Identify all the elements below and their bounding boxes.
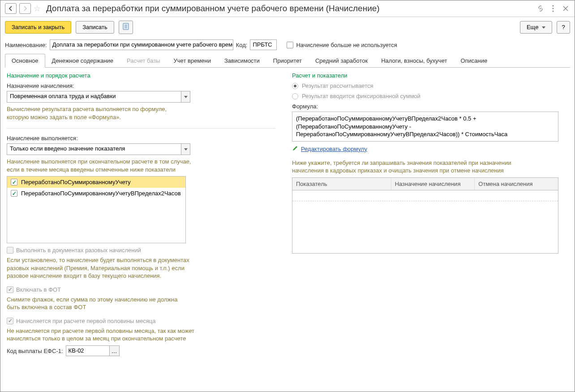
name-label: Наименование: xyxy=(5,42,47,48)
grid-col-assign: Назначение начисления xyxy=(391,178,475,190)
tab-taxes[interactable]: Налоги, взносы, бухучет xyxy=(374,54,454,68)
firsthalf-hint: Не начисляется при расчете первой полови… xyxy=(7,327,195,343)
svg-point-2 xyxy=(553,11,554,12)
exec-dropdown[interactable]: Только если введено значение показателя xyxy=(7,143,190,155)
grid-row[interactable] xyxy=(292,190,558,201)
tab-priority[interactable]: Приоритет xyxy=(266,54,309,68)
oneoff-checkbox xyxy=(7,247,13,254)
result-fixed-radio xyxy=(292,93,298,99)
oneoff-label: Выполнять в документах разовых начислени… xyxy=(16,247,141,254)
firsthalf-label: Начисляется при расчете первой половины … xyxy=(16,318,155,324)
nav-back-button[interactable] xyxy=(5,3,17,14)
grid-col-indicator: Показатель xyxy=(292,178,391,190)
oneoff-hint: Если установлено, то начисление будет вы… xyxy=(7,256,195,280)
close-icon[interactable] xyxy=(561,4,570,13)
radio-label: Результат вводится фиксированной суммой xyxy=(302,93,421,99)
tab-time[interactable]: Учет времени xyxy=(167,54,218,68)
chevron-down-icon[interactable] xyxy=(181,144,190,155)
tab-desc[interactable]: Описание xyxy=(454,54,494,68)
pencil-icon xyxy=(292,145,298,153)
not-used-label: Начисление больше не используется xyxy=(296,42,397,48)
name-input[interactable]: Доплата за переработки при суммированном… xyxy=(50,39,233,50)
indicators-list[interactable]: ПереработаноПоСуммированномуУчету Перера… xyxy=(7,176,186,243)
tab-main[interactable]: Основное xyxy=(5,54,45,68)
save-and-close-button[interactable]: Записать и закрыть xyxy=(5,21,71,34)
indicator-label: ПереработаноПоСуммированномуУчету xyxy=(21,179,131,185)
indicator-checkbox[interactable] xyxy=(11,190,17,197)
tab-monetary[interactable]: Денежное содержание xyxy=(45,54,120,68)
save-button[interactable]: Записать xyxy=(76,21,114,34)
chevron-down-icon[interactable] xyxy=(181,91,190,102)
efs-picker-button[interactable]: … xyxy=(109,346,119,356)
tab-bar: Основное Денежное содержание Расчет базы… xyxy=(5,54,570,68)
efs-input[interactable]: КВ-02 … xyxy=(66,345,120,356)
edit-formula-link[interactable]: Редактировать формулу xyxy=(301,146,367,152)
formula-display: (ПереработаноПоСуммированномуУчетуВПреде… xyxy=(292,112,558,142)
list-item[interactable]: ПереработаноПоСуммированномуУчетуВПредел… xyxy=(7,188,185,199)
svg-point-0 xyxy=(553,5,554,7)
exec-hint: Начисление выполняется при окончательном… xyxy=(7,158,195,173)
help-button[interactable]: ? xyxy=(557,21,570,34)
exec-label: Начисление выполняется: xyxy=(7,135,283,142)
purpose-section-title: Назначение и порядок расчета xyxy=(7,72,283,79)
radio-label: Результат рассчитывается xyxy=(302,82,373,89)
window-title: Доплата за переработки при суммированном… xyxy=(46,4,533,13)
result-calculated-radio xyxy=(292,83,298,89)
svg-point-1 xyxy=(553,8,554,9)
nav-forward-button[interactable] xyxy=(19,3,31,14)
grid-hint: Ниже укажите, требуется ли запрашивать з… xyxy=(292,159,543,175)
list-item[interactable]: ПереработаноПоСуммированномуУчету xyxy=(7,177,185,188)
tab-base-calc: Расчет базы xyxy=(120,54,167,68)
tab-avg-earn[interactable]: Средний заработок xyxy=(309,54,374,68)
link-icon[interactable] xyxy=(536,4,545,13)
report-button[interactable] xyxy=(119,21,133,34)
calc-section-title: Расчет и показатели xyxy=(292,72,568,79)
kebab-menu-icon[interactable] xyxy=(549,4,558,13)
indicator-checkbox[interactable] xyxy=(11,179,17,185)
fot-checkbox xyxy=(7,286,13,293)
more-button[interactable]: Еще xyxy=(520,21,552,34)
code-input[interactable]: ПРБТС xyxy=(250,39,277,50)
efs-label: Код выплаты ЕФС-1: xyxy=(7,348,63,354)
tab-deps[interactable]: Зависимости xyxy=(218,54,266,68)
favorite-icon[interactable]: ☆ xyxy=(34,4,41,13)
purpose-label: Назначение начисления: xyxy=(7,82,283,89)
fot-label: Включать в ФОТ xyxy=(16,286,61,293)
fot-hint: Снимите флажок, если сумма по этому начи… xyxy=(7,296,186,311)
indicator-label: ПереработаноПоСуммированномуУчетуВПредел… xyxy=(21,190,181,197)
not-used-checkbox[interactable] xyxy=(287,42,293,48)
formula-label: Формула: xyxy=(292,103,568,110)
indicators-grid[interactable]: Показатель Назначение начисления Отмена … xyxy=(292,177,558,254)
purpose-dropdown[interactable]: Повременная оплата труда и надбавки xyxy=(7,91,190,103)
purpose-hint: Вычисление результата расчета выполняетс… xyxy=(7,105,177,121)
grid-col-cancel: Отмена начисления xyxy=(475,178,558,190)
firsthalf-checkbox xyxy=(7,318,13,324)
code-label: Код: xyxy=(236,42,248,48)
